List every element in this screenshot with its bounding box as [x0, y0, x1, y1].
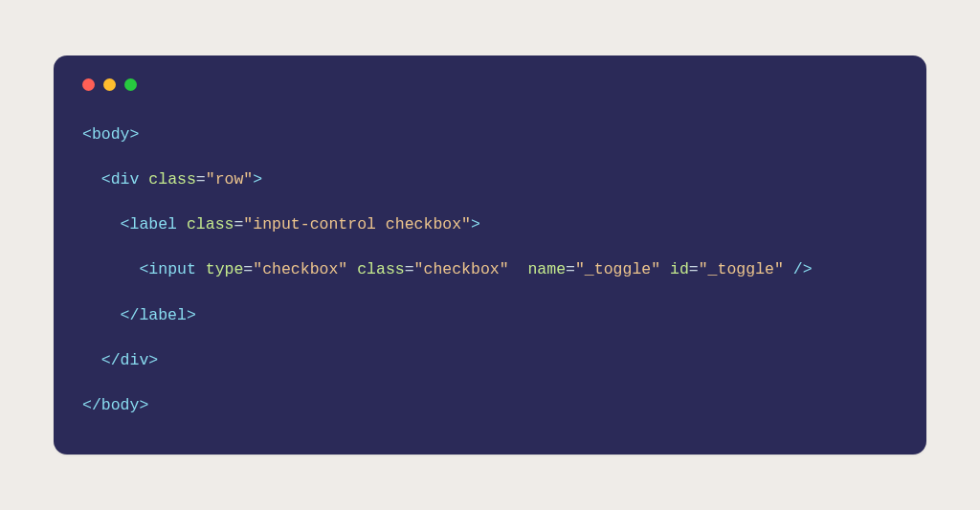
code-line: </div> — [82, 351, 158, 369]
code-token: > — [471, 215, 480, 233]
page-background: <body> <div class="row"> <label class="i… — [0, 0, 980, 510]
code-token: <div — [101, 170, 149, 188]
code-token: <body> — [82, 125, 139, 144]
code-token: class — [187, 215, 234, 233]
code-token — [660, 260, 670, 278]
code-token: id — [670, 260, 689, 278]
code-token: "checkbox" — [414, 260, 509, 278]
code-token: = — [689, 260, 699, 278]
code-line: <input type="checkbox" class="checkbox" … — [82, 260, 813, 278]
code-token: = — [405, 260, 414, 278]
close-icon — [82, 78, 95, 91]
code-token — [347, 260, 357, 278]
code-token: "row" — [206, 170, 254, 188]
code-token: type — [206, 260, 244, 278]
code-token: </body> — [82, 396, 148, 414]
code-token: <label — [121, 215, 187, 233]
code-token: > — [253, 170, 262, 188]
code-line: <div class="row"> — [82, 170, 262, 188]
code-token: = — [234, 215, 243, 233]
code-token: class — [148, 170, 196, 188]
code-line: <label class="input-control checkbox"> — [82, 215, 480, 233]
code-token: <input — [139, 260, 205, 278]
code-token: = — [566, 260, 575, 278]
code-token — [509, 260, 528, 278]
window-traffic-lights — [82, 78, 898, 91]
code-line: </body> — [82, 396, 148, 414]
code-token: </div> — [101, 351, 158, 369]
code-line: </label> — [82, 306, 196, 324]
code-token: "checkbox" — [253, 260, 347, 278]
code-token: "_toggle" — [575, 260, 660, 278]
code-token: = — [243, 260, 253, 278]
code-block: <body> <div class="row"> <label class="i… — [82, 112, 898, 427]
minimize-icon — [103, 78, 116, 91]
code-token: "input-control checkbox" — [243, 215, 471, 233]
code-token: = — [196, 170, 206, 188]
code-token: "_toggle" — [699, 260, 784, 278]
code-token: /> — [784, 260, 813, 278]
code-token: class — [357, 260, 405, 278]
code-window: <body> <div class="row"> <label class="i… — [54, 55, 926, 454]
code-line: <body> — [82, 125, 139, 144]
zoom-icon — [124, 78, 137, 91]
code-token: name — [527, 260, 566, 278]
code-token: </label> — [121, 306, 196, 324]
